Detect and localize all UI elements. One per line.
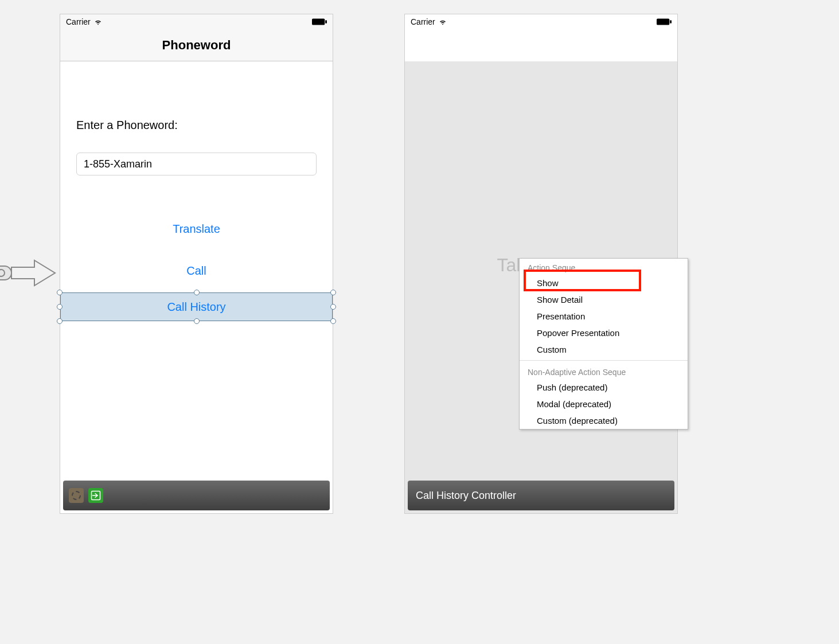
storyboard-entry-arrow — [0, 257, 57, 289]
navigation-bar-blank — [405, 29, 677, 61]
phoneword-view-controller: Carrier Phoneword Enter a Phoneword: Tra… — [60, 14, 333, 513]
call-button[interactable]: Call — [76, 264, 317, 278]
segue-item-popover[interactable]: Popover Presentation — [520, 325, 688, 341]
resize-handle[interactable] — [57, 318, 63, 324]
carrier-label: Carrier — [66, 17, 102, 26]
phoneword-label: Enter a Phoneword: — [76, 119, 317, 132]
battery-icon — [657, 18, 672, 25]
segue-item-show[interactable]: Show — [520, 275, 688, 291]
call-history-button-selected[interactable]: Call History — [57, 292, 336, 321]
svg-rect-5 — [657, 18, 669, 25]
svg-rect-3 — [325, 20, 327, 24]
carrier-text: Carrier — [66, 17, 91, 26]
resize-handle[interactable] — [194, 318, 200, 324]
call-history-button[interactable]: Call History — [60, 292, 333, 321]
segue-item-presentation[interactable]: Presentation — [520, 308, 688, 325]
dock-label: Call History Controller — [413, 490, 516, 502]
scene-dock — [63, 481, 330, 510]
resize-handle[interactable] — [194, 290, 200, 295]
divider — [520, 360, 688, 361]
translate-button[interactable]: Translate — [76, 223, 317, 236]
page-title: Phoneword — [162, 38, 231, 53]
status-bar: Carrier — [405, 14, 677, 29]
carrier-label: Carrier — [411, 17, 447, 26]
wifi-icon — [94, 18, 102, 26]
segue-item-show-detail[interactable]: Show Detail — [520, 291, 688, 308]
battery-icon — [312, 18, 327, 25]
exit-icon[interactable] — [88, 488, 103, 503]
wifi-icon — [439, 18, 447, 26]
segue-item-custom-deprecated[interactable]: Custom (deprecated) — [520, 412, 688, 429]
segue-item-custom[interactable]: Custom — [520, 341, 688, 358]
resize-handle[interactable] — [330, 304, 336, 310]
status-bar: Carrier — [60, 14, 333, 29]
call-history-label: Call History — [167, 300, 225, 314]
phoneword-input[interactable] — [76, 153, 317, 175]
carrier-text: Carrier — [411, 17, 435, 26]
scene-dock: Call History Controller — [408, 481, 674, 510]
segue-header-action: Action Seque — [520, 259, 688, 275]
resize-handle[interactable] — [330, 318, 336, 324]
segue-header-nonadaptive: Non-Adaptive Action Seque — [520, 363, 688, 379]
navigation-bar: Phoneword — [60, 29, 333, 61]
svg-point-1 — [0, 270, 5, 276]
svg-rect-6 — [670, 20, 672, 24]
segue-item-modal[interactable]: Modal (deprecated) — [520, 396, 688, 412]
content-area: Enter a Phoneword: Translate Call Call H… — [60, 61, 333, 483]
segue-item-push[interactable]: Push (deprecated) — [520, 379, 688, 396]
first-responder-icon[interactable] — [69, 488, 84, 503]
svg-rect-2 — [312, 18, 325, 25]
resize-handle[interactable] — [57, 304, 63, 310]
resize-handle[interactable] — [330, 290, 336, 295]
resize-handle[interactable] — [57, 290, 63, 295]
segue-menu: Action Seque Show Show Detail Presentati… — [519, 258, 688, 430]
